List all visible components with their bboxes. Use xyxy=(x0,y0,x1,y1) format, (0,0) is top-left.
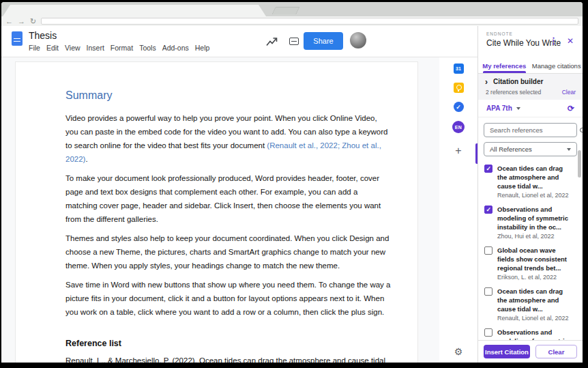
address-bar[interactable] xyxy=(41,18,578,25)
reference-checkbox[interactable] xyxy=(484,246,493,255)
calendar-icon[interactable]: 31 xyxy=(454,63,464,74)
refresh-icon[interactable]: ⟳ xyxy=(568,104,574,113)
citation-style-row: APA 7th ⟳ xyxy=(478,100,583,117)
reference-title: Ocean tides can drag the atmosphere and … xyxy=(497,287,573,313)
document-title[interactable]: Thesis xyxy=(29,30,57,41)
reload-icon[interactable]: ↻ xyxy=(30,18,36,25)
reference-list-item[interactable]: Observations and modeling of symmetric i… xyxy=(478,325,583,340)
get-addons-plus-icon[interactable]: + xyxy=(455,145,461,157)
document-viewport: Summary Video provides a powerful way to… xyxy=(1,57,439,363)
reference-entry: Renault, L., & Marchesiello, P. (2022). … xyxy=(65,355,392,363)
menu-bar: FileEditViewInsertFormatToolsAdd-onsHelp xyxy=(29,44,209,52)
citation-style-dropdown[interactable]: APA 7th xyxy=(486,104,512,112)
reference-checkbox[interactable] xyxy=(484,328,493,337)
doc-paragraph: Video provides a powerful way to help yo… xyxy=(65,111,392,166)
comment-icon[interactable] xyxy=(289,38,299,45)
clear-button[interactable]: Clear xyxy=(535,345,577,358)
kebab-menu-icon[interactable]: ⋮ xyxy=(549,36,558,46)
reference-authors-year: Renault, Lionel et al, 2022 xyxy=(497,191,573,199)
settings-gear-icon[interactable]: ⚙ xyxy=(439,346,477,357)
chevron-right-icon[interactable]: › xyxy=(485,79,488,85)
browser-toolbar: ← → ↻ xyxy=(1,16,583,26)
document-page[interactable]: Summary Video provides a powerful way to… xyxy=(15,61,418,363)
search-field[interactable] xyxy=(484,123,577,137)
browser-tab[interactable] xyxy=(3,5,266,16)
endnote-brand-label: ENDNOTE xyxy=(486,31,513,36)
reference-title: Observations and modeling of symmetric i… xyxy=(497,205,573,231)
new-tab-button[interactable] xyxy=(271,7,299,14)
caret-down-icon[interactable] xyxy=(516,107,520,110)
doc-paragraph: To make your document look professionall… xyxy=(65,171,392,226)
doc-paragraph: Themes and styles also help to keep your… xyxy=(65,231,392,272)
doc-paragraph: Save time in Word with new buttons that … xyxy=(65,278,392,319)
panel-header: ENDNOTE Cite While You Write ⋮ ✕ xyxy=(478,26,583,57)
reference-checkbox[interactable] xyxy=(484,206,493,214)
docs-header: Thesis FileEditViewInsertFormatToolsAdd-… xyxy=(1,26,477,57)
back-icon[interactable]: ← xyxy=(5,18,13,25)
panel-tabs: My references Manage citations xyxy=(478,57,583,74)
menu-item[interactable]: Tools xyxy=(139,44,156,52)
insert-citation-button[interactable]: Insert Citation xyxy=(484,345,530,358)
menu-item[interactable]: Format xyxy=(111,44,133,52)
menu-item[interactable]: View xyxy=(65,44,80,52)
share-button[interactable]: Share xyxy=(304,32,343,50)
main-area: Thesis FileEditViewInsertFormatToolsAdd-… xyxy=(1,26,583,363)
screenshot-frame: ← → ↻ Thesis FileEditViewInsertFormatToo… xyxy=(0,0,588,368)
forward-icon[interactable]: → xyxy=(18,18,25,25)
endnote-addon-icon[interactable]: EN xyxy=(452,121,465,133)
reference-authors-year: Erikson, L. et al, 2022 xyxy=(497,273,573,281)
menu-item[interactable]: Help xyxy=(195,44,210,52)
reference-list: Ocean tides can drag the atmosphere and … xyxy=(478,161,583,340)
tab-manage-citations[interactable]: Manage citations xyxy=(531,57,583,73)
reference-title: Global ocean wave fields show consistent… xyxy=(497,246,573,272)
caret-down-icon xyxy=(567,148,571,151)
menu-item[interactable]: Edit xyxy=(46,44,59,52)
clear-selection-link[interactable]: Clear xyxy=(562,89,576,96)
selected-count-label: 2 references selected xyxy=(486,89,541,96)
citation-builder-label[interactable]: Citation builder xyxy=(493,78,543,85)
reference-checkbox[interactable] xyxy=(484,287,493,296)
reference-title: Observations and modeling of symmetric i… xyxy=(497,328,573,340)
menu-item[interactable]: Insert xyxy=(87,44,104,52)
menu-item[interactable]: Add-ons xyxy=(162,44,189,52)
doc-heading: Summary xyxy=(65,89,390,102)
google-docs-icon[interactable] xyxy=(12,31,23,46)
reference-authors-year: Zhou, Hui et al, 2022 xyxy=(497,232,573,240)
reference-title: Ocean tides can drag the atmosphere and … xyxy=(497,164,573,190)
search-input[interactable] xyxy=(490,126,580,134)
reference-list-item[interactable]: Ocean tides can drag the atmosphere and … xyxy=(478,161,583,202)
avatar[interactable] xyxy=(350,32,366,48)
tasks-icon[interactable]: ✓ xyxy=(454,102,464,112)
insights-icon[interactable] xyxy=(266,38,278,46)
library-filter-value: All References xyxy=(490,145,532,153)
panel-footer: Insert Citation Clear xyxy=(478,340,583,363)
reference-list-item[interactable]: Observations and modeling of symmetric i… xyxy=(478,202,583,243)
endnote-panel: ENDNOTE Cite While You Write ⋮ ✕ My refe… xyxy=(477,26,583,363)
browser-window: ← → ↻ Thesis FileEditViewInsertFormatToo… xyxy=(1,2,583,363)
tab-my-references[interactable]: My references xyxy=(478,57,531,73)
addons-side-rail: 31 ✓ EN + ⚙ xyxy=(439,57,477,363)
library-filter-select[interactable]: All References xyxy=(484,142,577,156)
search-icon[interactable] xyxy=(580,128,583,132)
reference-list-heading: Reference list xyxy=(65,339,390,348)
menu-item[interactable]: File xyxy=(29,44,40,52)
reference-checkbox[interactable] xyxy=(484,165,493,173)
scrollbar-thumb[interactable] xyxy=(578,150,581,178)
reference-list-item[interactable]: Ocean tides can drag the atmosphere and … xyxy=(478,284,583,325)
close-icon[interactable]: ✕ xyxy=(567,36,574,46)
reference-authors-year: Renault, Lionel et al, 2022 xyxy=(497,314,573,322)
citation-builder-section: › Citation builder 2 references selected… xyxy=(478,74,583,100)
reference-list-item[interactable]: Global ocean wave fields show consistent… xyxy=(478,243,583,284)
keep-icon[interactable] xyxy=(454,83,464,93)
browser-tab-strip xyxy=(1,2,583,16)
